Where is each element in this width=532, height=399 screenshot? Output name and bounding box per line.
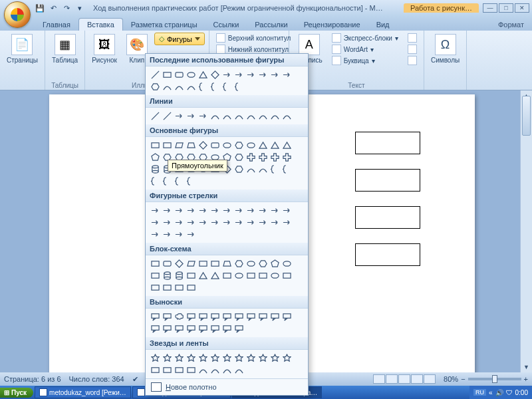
shape-arrow[interactable] [269, 69, 281, 80]
shape-rrect[interactable] [162, 258, 173, 269]
zoom-in-button[interactable]: + [524, 375, 528, 383]
shape-cloud[interactable] [174, 311, 185, 323]
shape-rect[interactable] [221, 270, 233, 281]
shape-curve[interactable] [221, 364, 233, 376]
shape-oval[interactable] [269, 270, 281, 281]
shape-cyl[interactable] [174, 270, 185, 281]
shape-arrow[interactable] [198, 217, 209, 228]
shape-arrow[interactable] [174, 217, 185, 228]
shape-arrow[interactable] [186, 205, 197, 216]
shape-line[interactable] [150, 110, 161, 122]
shape-curve[interactable] [209, 364, 221, 376]
shape-diam[interactable] [174, 258, 185, 269]
scroll-thumb[interactable] [522, 96, 531, 136]
shape-brace[interactable] [186, 176, 197, 187]
shape-callout[interactable] [150, 311, 161, 323]
shape-arrow[interactable] [233, 217, 245, 228]
language-indicator[interactable]: RU [473, 389, 486, 396]
shape-curve[interactable] [198, 364, 209, 376]
tab-insert[interactable]: Вставка [78, 18, 123, 31]
shape-oval[interactable] [245, 258, 257, 269]
tab-view[interactable]: Вид [368, 19, 398, 31]
shape-arrow[interactable] [281, 69, 293, 80]
shape-rect[interactable] [150, 270, 161, 281]
rectangle-shape[interactable] [355, 206, 420, 229]
shape-arrow[interactable] [209, 205, 221, 216]
shape-para[interactable] [186, 258, 197, 269]
shape-curve[interactable] [233, 364, 245, 376]
shape-callout[interactable] [198, 323, 209, 334]
qat-dropdown-icon[interactable]: ▾ [74, 3, 85, 13]
dropcap-button[interactable]: Буквица ▾ [329, 55, 401, 66]
shape-hex[interactable] [233, 258, 245, 269]
shape-star[interactable] [245, 352, 257, 364]
tab-format[interactable]: Формат [490, 19, 532, 31]
shape-tri[interactable] [198, 69, 209, 80]
shape-curve[interactable] [245, 110, 257, 122]
shape-tri[interactable] [281, 140, 293, 151]
rectangle-shape[interactable] [355, 243, 420, 266]
shape-star[interactable] [269, 352, 281, 364]
tab-references[interactable]: Ссылки [205, 19, 247, 31]
status-words[interactable]: Число слов: 364 [69, 375, 124, 383]
shape-tri[interactable] [257, 140, 269, 151]
tab-mailings[interactable]: Рассылки [247, 19, 295, 31]
shape-arrow[interactable] [257, 217, 269, 228]
shape-brace[interactable] [162, 176, 173, 187]
tab-review[interactable]: Рецензирование [296, 19, 368, 31]
shape-arrow[interactable] [209, 217, 221, 228]
shape-cyl[interactable] [162, 270, 173, 281]
web-view[interactable] [398, 374, 410, 384]
shape-hex[interactable] [233, 164, 245, 175]
shape-brace[interactable] [233, 81, 245, 92]
shape-curve[interactable] [245, 164, 257, 175]
clock[interactable]: 0:00 [515, 389, 528, 396]
shape-oval[interactable] [281, 258, 293, 269]
shape-arrow[interactable] [257, 69, 269, 80]
shape-rect[interactable] [198, 258, 209, 269]
shape-brace[interactable] [198, 81, 209, 92]
shape-arrow[interactable] [162, 229, 173, 240]
shape-callout[interactable] [233, 323, 245, 334]
shape-star[interactable] [186, 352, 197, 364]
shape-arrow[interactable] [186, 110, 197, 122]
shape-arrow[interactable] [174, 205, 185, 216]
shape-callout[interactable] [221, 311, 233, 323]
shape-arrow[interactable] [221, 69, 233, 80]
shape-trap[interactable] [186, 140, 197, 151]
shape-arrow[interactable] [221, 217, 233, 228]
shape-arrow[interactable] [198, 205, 209, 216]
shape-curve[interactable] [174, 81, 185, 92]
shape-curve[interactable] [257, 164, 269, 175]
shape-oval[interactable] [186, 69, 197, 80]
shape-rect[interactable] [257, 270, 269, 281]
shape-tri[interactable] [209, 270, 221, 281]
shape-rect[interactable] [150, 140, 161, 151]
shape-star[interactable] [162, 352, 173, 364]
shape-rect[interactable] [162, 140, 173, 151]
shape-callout[interactable] [269, 311, 281, 323]
shape-curve[interactable] [281, 110, 293, 122]
save-icon[interactable]: 💾 [35, 3, 45, 13]
shape-rect[interactable] [186, 364, 197, 376]
shape-tri[interactable] [269, 140, 281, 151]
shape-line[interactable] [150, 69, 161, 80]
maximize-button[interactable]: □ [499, 3, 513, 13]
shape-curve[interactable] [269, 110, 281, 122]
picture-button[interactable]: 🖼 Рисунок [89, 33, 120, 65]
shape-brace[interactable] [150, 176, 161, 187]
shape-brace[interactable] [281, 164, 293, 175]
shape-diam[interactable] [209, 69, 221, 80]
shape-star[interactable] [209, 352, 221, 364]
tray-icon[interactable]: 🛡 [506, 389, 513, 396]
shape-rect[interactable] [162, 69, 173, 80]
shape-hex[interactable] [233, 152, 245, 163]
shape-curve[interactable] [186, 81, 197, 92]
shape-callout[interactable] [186, 311, 197, 323]
shape-rrect[interactable] [209, 140, 221, 151]
shape-oval[interactable] [233, 270, 245, 281]
undo-icon[interactable]: ↶ [48, 3, 59, 13]
close-button[interactable]: ✕ [515, 3, 529, 13]
shape-arrow[interactable] [186, 229, 197, 240]
shape-callout[interactable] [162, 323, 173, 334]
